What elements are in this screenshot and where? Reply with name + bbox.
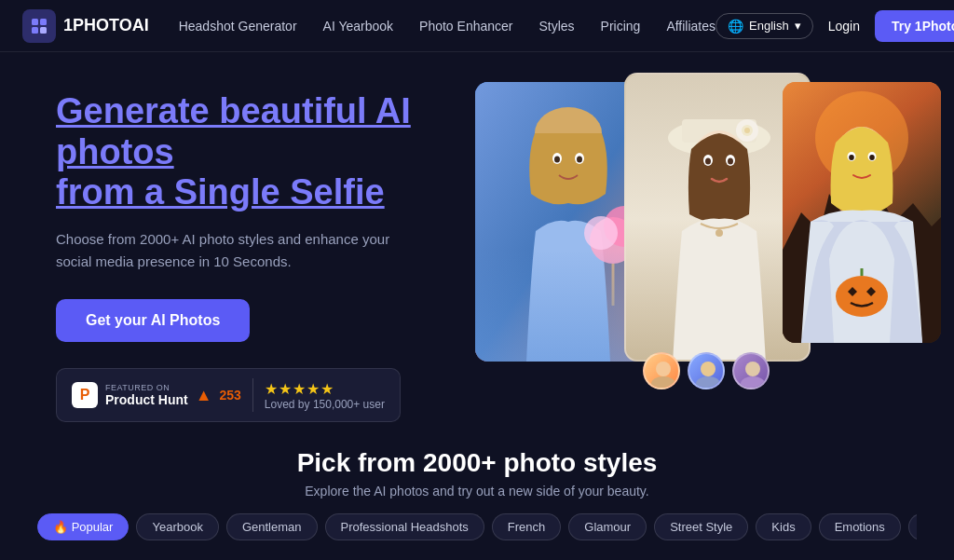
bottom-avatars: [643, 352, 770, 389]
nav-headshot-generator[interactable]: Headshot Generator: [179, 19, 297, 34]
svg-point-42: [696, 376, 720, 389]
ph-divider: [252, 378, 253, 412]
svg-rect-3: [40, 27, 47, 34]
hero-text: Generate beautiful AI photos from a Sing…: [56, 82, 457, 422]
ph-name: Product Hunt: [105, 392, 188, 407]
get-photos-button[interactable]: Get your AI Photos: [56, 299, 250, 342]
ph-featured-text: FEATURED ON: [105, 383, 188, 392]
hero-title: Generate beautiful AI photos from a Sing…: [56, 91, 457, 213]
tag-professional-headshots[interactable]: Professional Headshots: [325, 513, 484, 540]
tag-fragrance[interactable]: Fragrance: [908, 513, 917, 540]
svg-point-29: [744, 128, 750, 133]
ph-loves: Loved by 150,000+ user: [265, 398, 385, 411]
hero-title-line2: from a Single Selfie: [56, 172, 385, 212]
svg-point-26: [716, 229, 723, 237]
svg-rect-0: [32, 19, 38, 25]
hero-title-line1: Generate beautiful AI photos: [56, 91, 411, 171]
svg-point-37: [836, 276, 888, 317]
tag-emotions[interactable]: Emotions: [819, 513, 901, 540]
hero-section: Generate beautiful AI photos from a Sing…: [0, 52, 954, 430]
tag-glamour[interactable]: Glamour: [568, 513, 647, 540]
svg-point-24: [705, 158, 711, 165]
svg-point-40: [651, 376, 675, 389]
bottom-avatar-1[interactable]: [643, 352, 680, 389]
svg-point-11: [577, 157, 582, 163]
language-label: English: [749, 19, 789, 33]
nav-right: 🌐 English ▾ Login Try 1PhotoAI →: [716, 10, 954, 42]
product-hunt-icon: P: [72, 382, 98, 408]
navbar: 1PHOTOAI Headshot Generator AI Yearbook …: [0, 0, 954, 52]
hero-subtitle: Choose from 2000+ AI photo styles and en…: [56, 228, 391, 273]
svg-point-10: [554, 157, 560, 163]
tag-french[interactable]: French: [492, 513, 561, 540]
tag-kids[interactable]: Kids: [756, 513, 811, 540]
styles-title: Pick from 2000+ photo styles: [37, 448, 917, 478]
svg-rect-2: [32, 27, 38, 34]
ph-arrow-icon: ▲: [196, 386, 212, 405]
nav-pricing[interactable]: Pricing: [601, 19, 641, 34]
hero-image-right: [783, 82, 941, 343]
bottom-avatar-2[interactable]: [688, 352, 725, 389]
ph-text-block: FEATURED ON Product Hunt: [105, 383, 188, 407]
login-button[interactable]: Login: [828, 19, 860, 34]
nav-links: Headshot Generator AI Yearbook Photo Enh…: [179, 19, 716, 34]
nav-affiliates[interactable]: Affiliates: [666, 19, 716, 34]
ph-stars-block: ★★★★★ Loved by 150,000+ user: [265, 380, 385, 411]
svg-rect-1: [40, 19, 47, 25]
svg-point-39: [656, 362, 671, 376]
tag-street-style[interactable]: Street Style: [654, 513, 748, 540]
tag-yearbook[interactable]: Yearbook: [136, 513, 218, 540]
try-button[interactable]: Try 1PhotoAI →: [875, 10, 954, 42]
chevron-down-icon: ▾: [795, 19, 801, 33]
svg-point-44: [741, 376, 765, 389]
globe-icon: 🌐: [728, 19, 743, 34]
ph-stars: ★★★★★: [265, 380, 385, 398]
logo-text: 1PHOTOAI: [63, 16, 149, 35]
svg-point-25: [728, 158, 733, 165]
nav-photo-enhancer[interactable]: Photo Enhancer: [419, 19, 512, 34]
tag-popular[interactable]: Popular: [37, 513, 129, 540]
logo-icon: [22, 9, 56, 43]
product-hunt-badge: P FEATURED ON Product Hunt ▲ 253 ★★★★★ L…: [56, 368, 401, 422]
styles-subtitle: Explore the AI photos and try out a new …: [37, 484, 917, 499]
tag-gentleman[interactable]: Gentleman: [226, 513, 318, 540]
nav-ai-yearbook[interactable]: AI Yearbook: [323, 19, 394, 34]
hero-images: [475, 82, 917, 417]
styles-section: Pick from 2000+ photo styles Explore the…: [0, 430, 954, 540]
ph-count: 253: [219, 388, 240, 403]
nav-styles[interactable]: Styles: [538, 19, 574, 34]
ph-logo: P FEATURED ON Product Hunt ▲ 253: [72, 382, 241, 408]
svg-point-35: [849, 155, 854, 160]
bottom-avatar-3[interactable]: [732, 352, 770, 389]
language-selector[interactable]: 🌐 English ▾: [716, 13, 813, 39]
style-tags-container: Popular Yearbook Gentleman Professional …: [37, 513, 917, 540]
svg-point-41: [701, 362, 716, 376]
svg-point-36: [869, 155, 875, 160]
svg-point-14: [584, 216, 618, 250]
svg-point-43: [745, 362, 760, 376]
logo[interactable]: 1PHOTOAI: [22, 9, 149, 43]
